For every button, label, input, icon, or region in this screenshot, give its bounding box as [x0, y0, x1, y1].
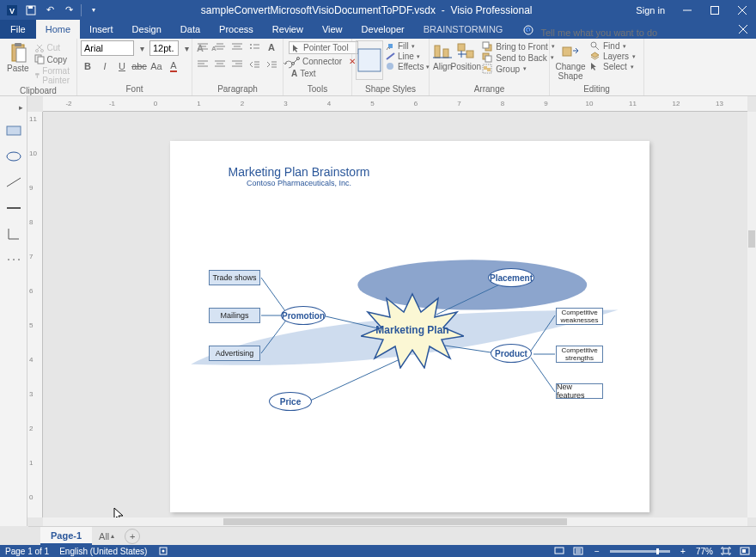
fill-button[interactable]: Fill ▾: [386, 41, 430, 51]
bring-to-front-button[interactable]: Bring to Front ▾: [482, 41, 555, 52]
strike-button[interactable]: abc: [132, 59, 146, 73]
zoom-out-button[interactable]: −: [591, 545, 603, 557]
page-tab-1[interactable]: Page-1: [40, 527, 92, 545]
svg-point-8: [524, 26, 533, 34]
page-width-icon[interactable]: [572, 545, 584, 557]
clipboard-group-label: Clipboard: [3, 85, 73, 96]
connector-tool-button[interactable]: Connector: [289, 56, 344, 67]
align-button[interactable]: Align: [433, 40, 452, 71]
group-button[interactable]: Group ▾: [482, 64, 555, 74]
macro-record-icon[interactable]: [157, 545, 169, 557]
process-tab[interactable]: Process: [210, 20, 263, 39]
indent-dec-icon[interactable]: [247, 58, 261, 71]
comp-str-box[interactable]: Competitive strengths: [556, 346, 603, 363]
placement-ellipse[interactable]: Placement: [488, 268, 534, 287]
page-tab-all[interactable]: All ▴: [92, 531, 121, 542]
layers-button[interactable]: Layers ▾: [590, 52, 636, 61]
review-tab[interactable]: Review: [263, 20, 313, 39]
select-button[interactable]: Select ▾: [590, 62, 636, 71]
svg-rect-68: [563, 47, 571, 56]
collapse-ribbon-button[interactable]: [730, 20, 756, 39]
comp-weak-box[interactable]: Competitive weaknesses: [556, 308, 603, 325]
stencil-corner-icon[interactable]: [5, 225, 22, 242]
trade-shows-box[interactable]: Trade shows: [209, 270, 260, 285]
font-size-dropdown-icon[interactable]: ▾: [180, 41, 192, 55]
text-case-button[interactable]: Aa: [149, 59, 163, 73]
file-tab[interactable]: File: [0, 20, 36, 39]
font-name-dropdown-icon[interactable]: ▾: [136, 41, 148, 55]
advertising-box[interactable]: Advertising: [209, 346, 260, 361]
paste-button[interactable]: Paste: [3, 40, 33, 73]
align-right-icon[interactable]: [230, 58, 244, 71]
close-window-button[interactable]: [729, 0, 756, 20]
tools-group-label: Tools: [287, 83, 348, 95]
zoom-level[interactable]: 77%: [696, 547, 713, 556]
zoom-slider[interactable]: [610, 550, 670, 553]
copy-button[interactable]: Copy: [34, 54, 75, 64]
effects-button[interactable]: Effects ▾: [386, 62, 430, 71]
position-button[interactable]: Position: [452, 40, 479, 71]
qat-customize-icon[interactable]: ▾: [85, 2, 102, 19]
italic-button[interactable]: I: [98, 59, 112, 73]
bold-button[interactable]: B: [81, 59, 94, 73]
visio-icon[interactable]: V: [3, 2, 21, 19]
insert-tab[interactable]: Insert: [80, 20, 123, 39]
stencil-rect-icon[interactable]: [5, 122, 22, 139]
font-size-input[interactable]: [149, 40, 179, 56]
font-name-input[interactable]: [81, 40, 134, 56]
svg-text:V: V: [9, 7, 15, 15]
marketing-plan-burst[interactable]: Marketing Plan: [361, 291, 464, 369]
zoom-in-button[interactable]: +: [677, 545, 689, 557]
redo-icon[interactable]: ↷: [60, 2, 77, 19]
quick-styles-button[interactable]: [356, 40, 383, 80]
align-left-icon[interactable]: [196, 58, 210, 71]
sign-in-button[interactable]: Sign in: [627, 5, 674, 15]
align-center-icon[interactable]: [213, 58, 227, 71]
scrollbar-vertical[interactable]: [747, 112, 756, 517]
tell-me-input[interactable]: [540, 28, 695, 38]
status-language[interactable]: English (United States): [59, 547, 147, 556]
underline-button[interactable]: U: [115, 59, 129, 73]
change-shape-button[interactable]: Change Shape: [553, 40, 588, 81]
font-color-button[interactable]: A: [167, 59, 180, 73]
save-icon[interactable]: [22, 2, 40, 19]
send-to-back-button[interactable]: Send to Back ▾: [482, 52, 555, 63]
stencil-line-icon[interactable]: [5, 174, 22, 191]
promotion-ellipse[interactable]: Promotion: [281, 306, 326, 325]
design-tab[interactable]: Design: [123, 20, 171, 39]
bullets-icon[interactable]: [247, 40, 261, 54]
pan-zoom-icon[interactable]: [739, 545, 751, 557]
drawing-page[interactable]: Marketing Plan Brainstorm Contoso Pharma…: [170, 141, 649, 512]
developer-tab[interactable]: Developer: [352, 20, 414, 39]
scrollbar-horizontal[interactable]: [43, 517, 747, 526]
text-tool-button[interactable]: AText: [289, 68, 358, 79]
align-bottom-icon[interactable]: [230, 40, 244, 54]
new-features-box[interactable]: New features: [556, 383, 603, 399]
mailings-box[interactable]: Mailings: [209, 308, 260, 323]
stencil-ellipse-icon[interactable]: [5, 148, 22, 165]
fit-page-icon[interactable]: [720, 545, 732, 557]
presentation-mode-icon[interactable]: [553, 545, 565, 557]
product-ellipse[interactable]: Product: [491, 344, 532, 363]
expand-shapes-pane-icon[interactable]: ▸: [0, 101, 27, 113]
align-top-icon[interactable]: [196, 40, 210, 54]
stencil-line2-icon[interactable]: [5, 199, 22, 217]
maximize-button[interactable]: [701, 0, 729, 20]
indent-inc-icon[interactable]: [265, 58, 278, 71]
line-button[interactable]: Line ▾: [386, 52, 430, 61]
data-tab[interactable]: Data: [171, 20, 210, 39]
view-tab[interactable]: View: [313, 20, 352, 39]
add-page-button[interactable]: +: [125, 529, 140, 544]
price-ellipse[interactable]: Price: [269, 392, 312, 411]
stencil-more-icon[interactable]: [5, 251, 22, 268]
text-direction-icon[interactable]: A: [265, 40, 278, 54]
find-button[interactable]: Find ▾: [590, 41, 636, 51]
help-icon[interactable]: [521, 22, 536, 38]
align-middle-icon[interactable]: [213, 40, 227, 54]
brainstorming-tab[interactable]: BRAINSTORMING: [414, 20, 513, 39]
pointer-tool-button[interactable]: Pointer Tool: [289, 41, 358, 54]
svg-line-52: [387, 53, 394, 59]
home-tab[interactable]: Home: [36, 20, 80, 39]
minimize-button[interactable]: [674, 0, 701, 20]
undo-icon[interactable]: ↶: [41, 2, 58, 19]
